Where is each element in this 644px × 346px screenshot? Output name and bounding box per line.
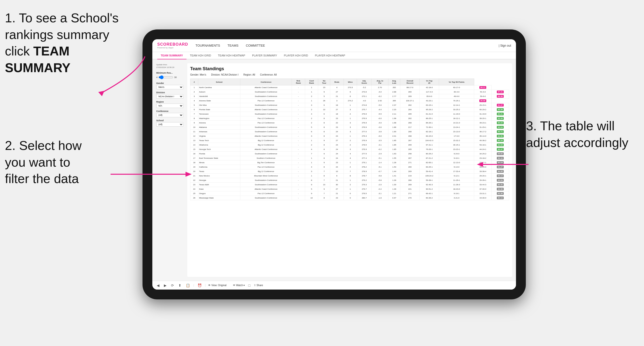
table-row: 1North CarolinaAtlantic Coast Conference… — [190, 85, 509, 90]
logo-area: SCOREBOARD Powered by clippd — [157, 42, 188, 49]
gender-label: Gender — [156, 82, 183, 84]
col-adj-score[interactable]: Adj.Score — [357, 79, 372, 85]
table-row: 7TennesseeSoutheastern Conference-461822… — [190, 112, 509, 116]
logo-sub: Powered by clippd — [157, 47, 188, 49]
min-rounds-slider[interactable] — [158, 75, 173, 80]
col-rnk-rank[interactable]: RnkRank — [292, 79, 305, 85]
table-row: 13Texas TechBig 12 Conference-19272276.9… — [190, 138, 509, 143]
table-row: 14OklahomaBig 12 Conference-28242278.5-3… — [190, 143, 509, 147]
toolbar-back[interactable]: ◀ — [156, 283, 160, 288]
arrow-3 — [477, 157, 531, 172]
tablet-device: SCOREBOARD Powered by clippd TOURNAMENTS… — [142, 29, 526, 299]
watch-button[interactable]: 👁 Watch ▾ — [233, 284, 245, 287]
arrow-1 — [76, 54, 155, 98]
app-navbar: SCOREBOARD Powered by clippd TOURNAMENTS… — [152, 39, 516, 52]
division-label: Division — [156, 91, 183, 94]
table-row: 3VanderbiltSoutheastern Conference-25216… — [190, 94, 509, 99]
filter-gender: Gender Men's Women's — [156, 82, 183, 89]
conference-select[interactable]: (All) — [156, 113, 183, 117]
toolbar-clock[interactable]: ⏰ — [196, 283, 203, 288]
table-row: 15Georgia TechAtlantic Coast Conference-… — [190, 147, 509, 152]
instruction-2: 2. Select how you want to filter the dat… — [5, 137, 110, 187]
col-vs-top25[interactable]: Vs Top25 — [420, 79, 439, 85]
sign-out-button[interactable]: | Sign out — [499, 44, 511, 47]
col-rnds[interactable]: Rnds — [330, 79, 344, 85]
tab-player-summary[interactable]: PLAYER SUMMARY — [249, 52, 280, 59]
school-label: School — [156, 119, 183, 122]
toolbar-share-icon[interactable]: ⬆ — [178, 283, 182, 288]
svg-marker-2 — [477, 162, 483, 167]
standings-table: # School Conference RnkRank ConfRank NoT… — [190, 79, 509, 200]
min-rounds-val1: 4 — [156, 76, 158, 79]
tf-gender: Gender: Men's — [190, 73, 206, 76]
filter-division: Division NCAA Division I NCAA Division I… — [156, 91, 183, 99]
main-content: Update time: 27/03/2024 16:56:26 Minimum… — [152, 59, 516, 281]
share-button[interactable]: ⇧ Share — [254, 284, 263, 287]
table-row: 16FloridaSoutheastern Conference-7924427… — [190, 152, 509, 156]
toolbar-sep1: | — [193, 284, 194, 287]
view-original-button[interactable]: 👁 View: Original — [208, 284, 226, 287]
table-filters-row: Gender: Men's Division: NCAA Division I … — [190, 73, 509, 76]
toolbar-reload[interactable]: ⟳ — [170, 283, 175, 288]
table-row: 20TexasBig 12 Conference-37107278.9-0.71… — [190, 169, 509, 174]
tab-team-h2h-grid[interactable]: TEAM H2H GRID — [186, 52, 214, 59]
logo-text: SCOREBOARD — [157, 42, 188, 47]
region-label: Region — [156, 101, 183, 103]
table-row: 2AuburnSoutheastern Conference-19276273.… — [190, 90, 509, 94]
col-wins[interactable]: Wins — [344, 79, 357, 85]
table-row: 22GeorgiaSoutheastern Conference-8721127… — [190, 178, 509, 182]
col-overall[interactable]: OverallRecord — [400, 79, 420, 85]
min-rounds-val2: 30 — [174, 76, 177, 79]
bottom-toolbar: ◀ ▶ ⟳ ⬆ 📋 | ⏰ | 👁 View: Original 👁 Watch… — [152, 281, 516, 290]
toolbar-minimize[interactable]: □ — [247, 283, 251, 288]
nav-tournaments[interactable]: TOURNAMENTS — [196, 43, 220, 48]
region-select[interactable]: N/A All — [156, 104, 183, 108]
arrow-2 — [108, 167, 194, 181]
tab-team-h2h-heatmap[interactable]: TEAM H2H HEATMAP — [214, 52, 249, 59]
col-avg-par[interactable]: Avg. toPar — [372, 79, 388, 85]
table-row: 5Ole MissSoutheastern Conference-3618127… — [190, 103, 509, 108]
conference-label: Conference — [156, 110, 183, 112]
col-no-tour[interactable]: NoTour — [318, 79, 330, 85]
table-row: 6Florida StateAtlantic Coast Conference-… — [190, 108, 509, 112]
gender-select[interactable]: Men's Women's — [156, 85, 183, 89]
nav-committee[interactable]: COMMITTEE — [246, 43, 265, 48]
table-area: Team Standings Gender: Men's Division: N… — [187, 63, 512, 277]
svg-marker-0 — [98, 91, 104, 96]
col-conf-rank[interactable]: ConfRank — [305, 79, 318, 85]
toolbar-sep2: | — [205, 284, 206, 287]
table-row: 18IllinoisBig Ten Conference-19231279.1-… — [190, 161, 509, 165]
tf-conference: Conference: All — [260, 73, 277, 76]
tf-division: Division: NCAA Division I — [211, 73, 238, 76]
nav-teams[interactable]: TEAMS — [228, 43, 238, 48]
tab-team-summary[interactable]: TEAM SUMMARY — [157, 52, 186, 59]
tablet-screen: SCOREBOARD Powered by clippd TOURNAMENTS… — [152, 39, 516, 290]
division-select[interactable]: NCAA Division I NCAA Division II NCAA Di… — [156, 94, 183, 99]
toolbar-forward[interactable]: ▶ — [163, 283, 168, 288]
filter-region: Region N/A All — [156, 101, 183, 108]
table-row: 19CaliforniaPac-12 Conference-48242278.2… — [190, 165, 509, 169]
table-row: 21New MexicoMountain West Conference-186… — [190, 174, 509, 178]
table-row: 4Arizona StatePac-12 Conference-1263274.… — [190, 99, 509, 103]
tab-player-h2h-grid[interactable]: PLAYER H2H GRID — [280, 52, 312, 59]
col-vs-top50[interactable]: Vs Top 50 Points — [439, 79, 474, 85]
tab-player-h2h-heatmap[interactable]: PLAYER H2H HEATMAP — [312, 52, 349, 59]
school-select[interactable]: (All) — [156, 122, 183, 127]
table-row: 9ArizonaPac-12 Conference-28223276.9-4.6… — [190, 121, 509, 125]
col-school[interactable]: School — [198, 79, 240, 85]
tf-region: Region: All — [243, 73, 255, 76]
col-conference[interactable]: Conference — [240, 79, 292, 85]
col-rank[interactable]: # — [190, 79, 198, 85]
filter-school: School (All) — [156, 119, 183, 127]
table-title: Team Standings — [190, 66, 509, 71]
col-avg-low[interactable]: Avg.Low — [388, 79, 400, 85]
filter-min-rounds: Minimum Rou... 4 30 — [156, 72, 183, 80]
sub-tabs: TEAM SUMMARY TEAM H2H GRID TEAM H2H HEAT… — [152, 52, 516, 59]
toolbar-copy[interactable]: 📋 — [185, 283, 191, 288]
table-row: 24DukeAtlantic Coast Conference-59271279… — [190, 187, 509, 191]
table-row: 10AlabamaSoutheastern Conference-5823327… — [190, 125, 509, 130]
svg-marker-1 — [186, 172, 192, 177]
nav-items: TOURNAMENTS TEAMS COMMITTEE — [196, 43, 499, 48]
table-row: 12VirginiaAtlantic Coast Conference-3824… — [190, 134, 509, 138]
filter-conference: Conference (All) — [156, 110, 183, 117]
